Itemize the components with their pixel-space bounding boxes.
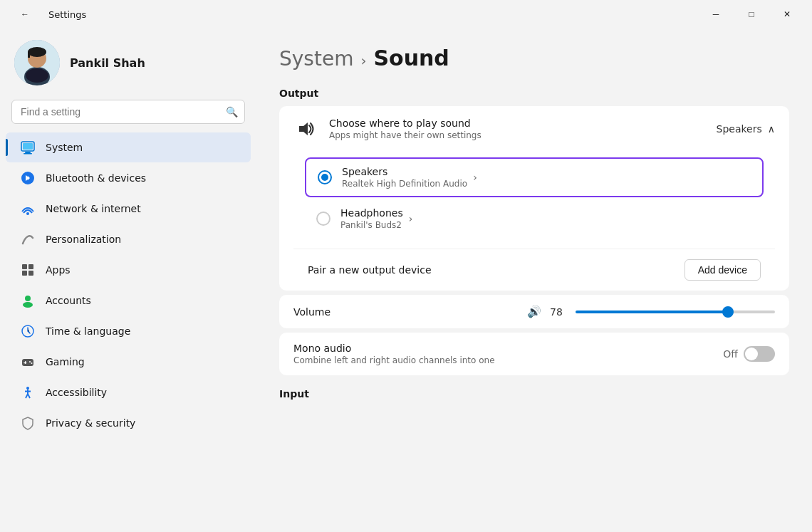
sidebar-item-bluetooth[interactable]: Bluetooth & devices xyxy=(6,163,251,193)
mono-toggle-wrap: Off xyxy=(723,346,775,362)
volume-value: 78 xyxy=(550,306,567,318)
back-button[interactable]: ← xyxy=(9,3,41,26)
search-input[interactable] xyxy=(11,100,245,124)
choose-sound-content: Choose where to play sound Apps might ha… xyxy=(329,118,717,140)
sidebar-item-apps[interactable]: Apps xyxy=(6,255,251,285)
app-body: Pankil Shah 🔍 System xyxy=(0,28,812,532)
svg-rect-10 xyxy=(23,143,33,150)
main-content: System › Sound Output Choose xyxy=(256,28,812,532)
radio-speakers xyxy=(318,170,332,184)
sidebar-item-accounts[interactable]: Accounts xyxy=(6,286,251,315)
user-profile: Pankil Shah xyxy=(0,28,256,100)
svg-rect-13 xyxy=(22,264,27,269)
sidebar: Pankil Shah 🔍 System xyxy=(0,28,256,532)
speaker-name: Speakers xyxy=(342,166,467,177)
volume-label: Volume xyxy=(293,306,519,318)
mono-audio-subtitle: Combine left and right audio channels in… xyxy=(293,355,723,365)
avatar xyxy=(14,40,60,85)
volume-row: Volume 🔊 78 xyxy=(279,295,789,328)
choose-sound-subtitle: Apps might have their own settings xyxy=(329,130,717,140)
svg-point-24 xyxy=(31,363,33,364)
sidebar-item-personalization[interactable]: Personalization xyxy=(6,224,251,254)
svg-point-23 xyxy=(29,361,31,363)
svg-rect-5 xyxy=(28,52,30,58)
chevron-up-icon: ∧ xyxy=(768,123,775,135)
headphones-name: Headphones xyxy=(340,207,403,219)
page-title: Sound xyxy=(373,46,449,71)
app-title: Settings xyxy=(48,9,86,20)
titlebar-left: ← Settings xyxy=(9,3,86,26)
speaker-detail: Realtek High Definition Audio xyxy=(342,179,467,189)
pair-label: Pair a new output device xyxy=(308,264,432,276)
mono-toggle-state: Off xyxy=(723,348,738,360)
speaker-info: Speakers Realtek High Definition Audio xyxy=(342,166,467,189)
user-name: Pankil Shah xyxy=(70,56,145,70)
volume-card: Volume 🔊 78 xyxy=(279,295,789,328)
device-list: Speakers Realtek High Definition Audio ›… xyxy=(293,149,775,249)
headphones-detail: Pankil's Buds2 xyxy=(340,220,403,230)
choose-sound-row[interactable]: Choose where to play sound Apps might ha… xyxy=(279,106,789,291)
svg-point-17 xyxy=(25,296,31,301)
mono-audio-content: Mono audio Combine left and right audio … xyxy=(293,343,723,365)
device-item-headphones[interactable]: Headphones Pankil's Buds2 › xyxy=(305,200,764,237)
svg-rect-15 xyxy=(22,271,27,276)
choose-sound-value: Speakers ∧ xyxy=(717,123,776,135)
radio-headphones xyxy=(316,212,330,226)
minimize-button[interactable]: ─ xyxy=(699,3,732,26)
headphones-chevron: › xyxy=(409,213,413,224)
personalization-icon xyxy=(20,231,36,247)
page-header: System › Sound xyxy=(279,46,789,71)
mono-audio-toggle[interactable] xyxy=(744,346,775,362)
sound-output-icon xyxy=(293,116,319,142)
sidebar-item-system[interactable]: System xyxy=(6,132,251,162)
volume-slider[interactable] xyxy=(576,311,775,313)
accessibility-icon xyxy=(20,385,36,400)
output-card: Choose where to play sound Apps might ha… xyxy=(279,106,789,291)
gaming-icon xyxy=(20,354,36,370)
volume-icon: 🔊 xyxy=(527,305,541,318)
output-label: Output xyxy=(279,88,789,99)
svg-rect-8 xyxy=(25,152,31,153)
sidebar-item-accessibility[interactable]: Accessibility xyxy=(6,377,251,407)
sidebar-item-time[interactable]: Time & language xyxy=(6,316,251,346)
sidebar-item-network[interactable]: Network & internet xyxy=(6,194,251,224)
network-icon xyxy=(20,201,36,217)
add-device-button[interactable]: Add device xyxy=(685,259,761,281)
breadcrumb-chevron: › xyxy=(360,52,366,69)
privacy-icon xyxy=(20,415,36,431)
headphones-info: Headphones Pankil's Buds2 xyxy=(340,207,403,230)
svg-point-6 xyxy=(26,68,48,83)
device-item-speakers[interactable]: Speakers Realtek High Definition Audio › xyxy=(305,157,764,197)
svg-point-4 xyxy=(28,47,46,57)
sidebar-item-label: Personalization xyxy=(46,234,121,245)
sidebar-item-privacy[interactable]: Privacy & security xyxy=(6,408,251,438)
sidebar-item-label: Network & internet xyxy=(46,203,141,214)
sidebar-item-label: Accounts xyxy=(46,295,91,306)
bluetooth-icon xyxy=(20,170,36,186)
sidebar-item-label: Apps xyxy=(46,264,71,276)
close-button[interactable]: ✕ xyxy=(771,3,803,26)
svg-point-18 xyxy=(23,302,33,308)
svg-rect-22 xyxy=(24,363,26,364)
apps-icon xyxy=(20,262,36,278)
svg-point-12 xyxy=(26,212,29,215)
svg-rect-9 xyxy=(24,153,32,155)
volume-slider-wrap xyxy=(576,311,775,313)
input-label: Input xyxy=(279,388,789,400)
svg-rect-16 xyxy=(28,271,33,276)
maximize-button[interactable]: □ xyxy=(735,3,768,26)
mono-audio-title: Mono audio xyxy=(293,343,723,354)
search-box: 🔍 xyxy=(11,100,245,124)
titlebar: ← Settings ─ □ ✕ xyxy=(0,0,812,28)
sidebar-item-gaming[interactable]: Gaming xyxy=(6,347,251,377)
sidebar-item-label: System xyxy=(46,142,83,153)
mono-audio-card: Mono audio Combine left and right audio … xyxy=(279,333,789,375)
speaker-chevron: › xyxy=(473,172,477,183)
svg-rect-20 xyxy=(22,359,33,366)
time-icon xyxy=(20,323,36,339)
sidebar-item-label: Time & language xyxy=(46,325,130,337)
breadcrumb: System xyxy=(279,47,353,71)
svg-point-25 xyxy=(26,387,29,390)
search-icon: 🔍 xyxy=(226,106,238,118)
speakers-label: Speakers xyxy=(717,123,762,135)
